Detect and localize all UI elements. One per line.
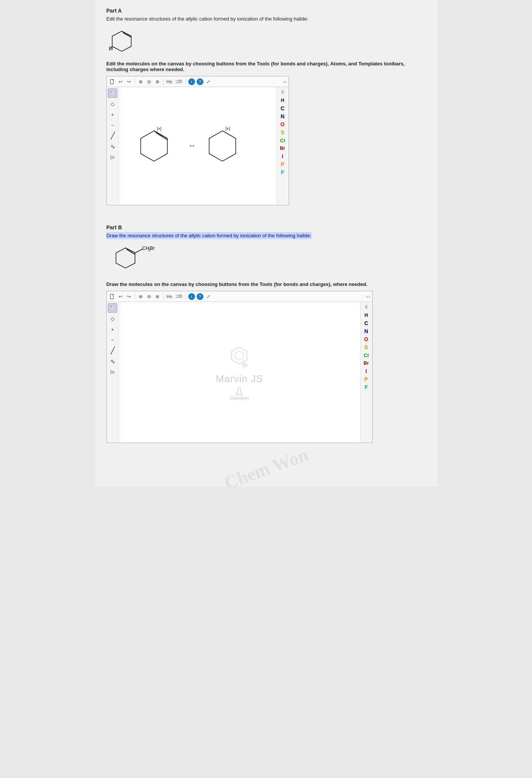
svg-rect-23: [110, 294, 113, 299]
hplus-btn-a[interactable]: H±: [166, 78, 173, 86]
canvas-area-a[interactable]: [+] ↔ [+]: [119, 87, 276, 205]
svg-text:[+]: [+]: [157, 127, 162, 131]
marvin-icon: [226, 344, 253, 371]
atom-Br-a[interactable]: Br: [277, 144, 288, 152]
atom-P-a[interactable]: P: [277, 160, 288, 168]
atom-C-b[interactable]: C: [361, 319, 372, 327]
chemaxon-logo: ChemAxon: [230, 387, 249, 400]
svg-text:Br: Br: [150, 245, 155, 251]
atom-S-a[interactable]: S: [277, 129, 288, 136]
atommap-btn-b[interactable]: ⌶2D: [175, 293, 183, 300]
zoom-out-btn-a[interactable]: ⊖: [146, 78, 152, 86]
atom-P-b[interactable]: P: [361, 375, 372, 383]
svg-rect-30: [243, 362, 244, 367]
canvas-area-b[interactable]: Marvin JS ChemAxon: [119, 302, 360, 443]
hplus-btn-b[interactable]: H±: [166, 293, 173, 300]
part-a-edit-instruction: Edit the molecules on the canvas by choo…: [106, 61, 426, 72]
part-a-label: Part A: [106, 8, 426, 14]
svg-text:↔: ↔: [188, 141, 196, 149]
bond-single-tool-a[interactable]: ╱: [108, 131, 117, 140]
help-btn-b[interactable]: ?: [197, 293, 203, 300]
template-tool-a[interactable]: [⊙: [108, 152, 117, 162]
template-tool-b[interactable]: [⊙: [108, 367, 117, 376]
atom-grid-btn-b[interactable]: ⠿: [361, 303, 372, 311]
svg-line-10: [154, 131, 167, 138]
part-a-molecule-svg: Br: [106, 25, 137, 56]
zoom-percent-btn-a[interactable]: ⊗: [154, 78, 161, 86]
zoom-out-btn-b[interactable]: ⊖: [146, 293, 152, 300]
svg-marker-28: [235, 351, 243, 360]
toolbar-top-a: ↩ ↪ ⊕ ⊖ ⊗ H± ⌶2D i ? ⤢ ‹ ›: [107, 76, 289, 87]
svg-marker-0: [112, 31, 131, 51]
sep3-b: [186, 294, 186, 300]
marvin-editor-part-b[interactable]: ↩ ↪ ⊕ ⊖ ⊗ H± ⌶2D i ? ⤢ ‹ ›: [106, 291, 373, 443]
erase-tool-a[interactable]: ◇: [108, 99, 117, 108]
svg-text:[+]: [+]: [226, 127, 230, 131]
left-tools-b: ◇ + − ╱ ∿ [⊙: [107, 302, 119, 443]
svg-line-2: [123, 33, 131, 37]
atom-O-b[interactable]: O: [361, 335, 372, 343]
svg-rect-25: [110, 305, 115, 311]
undo-btn-b[interactable]: ↩: [117, 293, 124, 300]
atom-N-b[interactable]: N: [361, 327, 372, 335]
erase-tool-b[interactable]: ◇: [108, 314, 117, 323]
charge-plus-tool-b[interactable]: +: [108, 325, 117, 334]
part-b-section: Part B Draw the resonance structures of …: [106, 224, 426, 443]
atom-C-a[interactable]: C: [277, 105, 288, 112]
redo-btn-b[interactable]: ↪: [125, 293, 132, 300]
atom-Cl-b[interactable]: Cl: [361, 351, 372, 359]
nav-prev-b[interactable]: ‹: [367, 294, 368, 299]
right-atoms-a: ⠿ H C N O S Cl Br I P F: [276, 87, 289, 205]
sep2-b: [163, 294, 164, 300]
atom-N-a[interactable]: N: [277, 113, 288, 120]
undo-btn-a[interactable]: ↩: [117, 78, 124, 86]
part-b-label: Part B: [106, 224, 426, 230]
bond-chain-tool-a[interactable]: ∿: [108, 142, 117, 151]
charge-plus-tool-a[interactable]: +: [108, 110, 117, 119]
atom-F-a[interactable]: F: [277, 168, 288, 176]
resonance-svg-a: [+] ↔ [+]: [131, 98, 264, 194]
atommap-btn-a[interactable]: ⌶2D: [175, 78, 183, 86]
help-btn-a[interactable]: ?: [197, 78, 203, 85]
redo-btn-a[interactable]: ↪: [125, 78, 132, 86]
info-btn-b[interactable]: i: [188, 293, 195, 300]
select-tool-a[interactable]: [108, 89, 117, 98]
nav-next-a[interactable]: ›: [285, 79, 287, 84]
atom-Br-b[interactable]: Br: [361, 359, 372, 367]
info-btn-a[interactable]: i: [188, 78, 195, 85]
bond-chain-tool-b[interactable]: ∿: [108, 357, 117, 366]
zoom-percent-btn-b[interactable]: ⊗: [154, 293, 161, 300]
nav-next-b[interactable]: ›: [369, 294, 370, 299]
part-b-instruction: Draw the resonance structures of the all…: [106, 233, 426, 238]
zoom-in-btn-b[interactable]: ⊕: [137, 293, 144, 300]
atom-H-b[interactable]: H: [361, 311, 372, 319]
chemwon-watermark: Chem Won: [221, 444, 311, 487]
toolbar-top-b: ↩ ↪ ⊕ ⊖ ⊗ H± ⌶2D i ? ⤢ ‹ ›: [107, 291, 372, 302]
new-btn-a[interactable]: [109, 78, 116, 86]
marvin-editor-part-a[interactable]: ↩ ↪ ⊕ ⊖ ⊗ H± ⌶2D i ? ⤢ ‹ ›: [106, 76, 289, 205]
charge-minus-tool-b[interactable]: −: [108, 335, 117, 345]
fullscreen-btn-a[interactable]: ⤢: [205, 78, 212, 86]
nav-prev-a[interactable]: ‹: [283, 79, 284, 84]
new-btn-b[interactable]: [109, 293, 116, 300]
section-separator: [106, 205, 426, 213]
svg-marker-26: [111, 306, 112, 307]
marvin-js-label: Marvin JS: [216, 373, 263, 385]
part-b-molecule-preview: CH 2 Br: [106, 242, 426, 278]
bond-single-tool-b[interactable]: ╱: [108, 346, 117, 355]
svg-line-11: [156, 132, 167, 140]
atom-I-b[interactable]: I: [361, 367, 372, 375]
atom-Cl-a[interactable]: Cl: [277, 137, 288, 144]
atom-H-a[interactable]: H: [277, 97, 288, 104]
atom-O-a[interactable]: O: [277, 121, 288, 128]
select-tool-b[interactable]: [108, 303, 117, 313]
atom-grid-btn-a[interactable]: ⠿: [277, 89, 288, 96]
zoom-in-btn-a[interactable]: ⊕: [137, 78, 144, 86]
atom-F-b[interactable]: F: [361, 383, 372, 391]
atom-S-b[interactable]: S: [361, 343, 372, 351]
charge-minus-tool-a[interactable]: −: [108, 121, 117, 130]
fullscreen-btn-b[interactable]: ⤢: [205, 293, 212, 300]
chemaxon-label: ChemAxon: [230, 396, 249, 400]
atom-I-a[interactable]: I: [277, 152, 288, 160]
part-b-molecule-svg: CH 2 Br: [106, 242, 167, 276]
